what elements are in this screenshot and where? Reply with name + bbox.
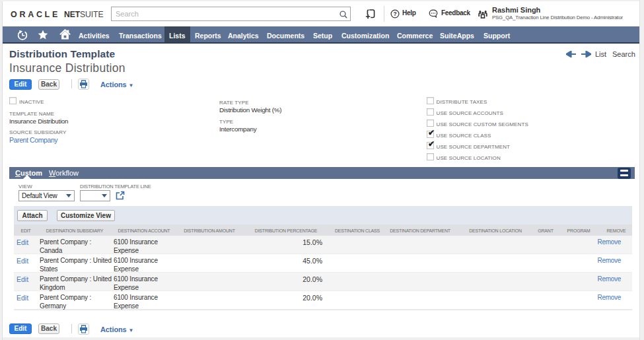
svg-text:?: ? (393, 11, 396, 17)
